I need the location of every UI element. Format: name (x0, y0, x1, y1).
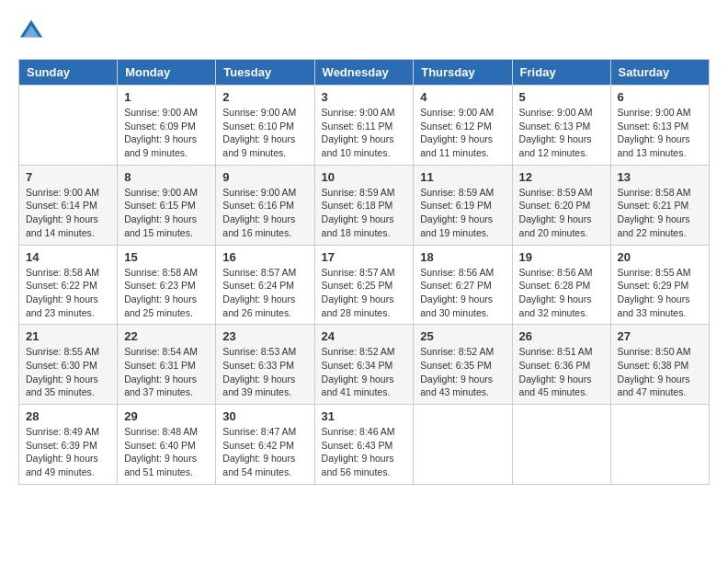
day-info: Sunrise: 8:55 AM Sunset: 6:30 PM Dayligh… (26, 345, 110, 399)
day-info: Sunrise: 9:00 AM Sunset: 6:16 PM Dayligh… (222, 186, 307, 240)
day-info: Sunrise: 9:00 AM Sunset: 6:14 PM Dayligh… (26, 186, 110, 240)
page-header (18, 18, 710, 44)
day-info: Sunrise: 9:00 AM Sunset: 6:13 PM Dayligh… (519, 106, 604, 160)
calendar-cell: 1Sunrise: 9:00 AM Sunset: 6:09 PM Daylig… (118, 86, 216, 166)
day-info: Sunrise: 8:59 AM Sunset: 6:19 PM Dayligh… (420, 186, 505, 240)
day-number: 2 (222, 90, 307, 104)
day-info: Sunrise: 8:52 AM Sunset: 6:35 PM Dayligh… (420, 345, 505, 399)
logo-icon (18, 18, 44, 44)
calendar-cell: 16Sunrise: 8:57 AM Sunset: 6:24 PM Dayli… (216, 245, 314, 325)
calendar-cell: 6Sunrise: 9:00 AM Sunset: 6:13 PM Daylig… (610, 86, 709, 166)
calendar-week-1: 1Sunrise: 9:00 AM Sunset: 6:09 PM Daylig… (19, 86, 710, 166)
calendar-cell: 18Sunrise: 8:56 AM Sunset: 6:27 PM Dayli… (414, 245, 512, 325)
calendar-cell: 14Sunrise: 8:58 AM Sunset: 6:22 PM Dayli… (19, 245, 118, 325)
calendar-cell: 2Sunrise: 9:00 AM Sunset: 6:10 PM Daylig… (216, 86, 314, 166)
calendar-table: SundayMondayTuesdayWednesdayThursdayFrid… (18, 59, 710, 485)
day-number: 29 (124, 409, 209, 423)
day-number: 12 (519, 170, 604, 184)
day-info: Sunrise: 8:51 AM Sunset: 6:36 PM Dayligh… (519, 345, 604, 399)
day-number: 20 (618, 250, 702, 264)
day-info: Sunrise: 9:00 AM Sunset: 6:13 PM Dayligh… (618, 106, 702, 160)
day-number: 21 (26, 329, 110, 343)
calendar-cell (610, 405, 709, 485)
day-info: Sunrise: 8:54 AM Sunset: 6:31 PM Dayligh… (124, 345, 209, 399)
day-number: 15 (124, 250, 209, 264)
day-info: Sunrise: 8:55 AM Sunset: 6:29 PM Dayligh… (618, 266, 702, 320)
calendar-cell: 21Sunrise: 8:55 AM Sunset: 6:30 PM Dayli… (19, 325, 118, 405)
calendar-week-5: 28Sunrise: 8:49 AM Sunset: 6:39 PM Dayli… (19, 405, 710, 485)
day-info: Sunrise: 8:56 AM Sunset: 6:27 PM Dayligh… (420, 266, 505, 320)
day-info: Sunrise: 8:49 AM Sunset: 6:39 PM Dayligh… (26, 425, 110, 479)
day-info: Sunrise: 8:59 AM Sunset: 6:18 PM Dayligh… (322, 186, 407, 240)
day-header-friday: Friday (512, 60, 610, 86)
day-number: 8 (124, 170, 209, 184)
day-number: 18 (420, 250, 505, 264)
day-header-monday: Monday (118, 60, 216, 86)
day-header-sunday: Sunday (19, 60, 118, 86)
day-number: 27 (618, 329, 702, 343)
calendar-cell: 25Sunrise: 8:52 AM Sunset: 6:35 PM Dayli… (414, 325, 512, 405)
day-info: Sunrise: 9:00 AM Sunset: 6:10 PM Dayligh… (222, 106, 307, 160)
day-number: 1 (124, 90, 209, 104)
day-info: Sunrise: 9:00 AM Sunset: 6:15 PM Dayligh… (124, 186, 209, 240)
calendar-cell: 12Sunrise: 8:59 AM Sunset: 6:20 PM Dayli… (512, 165, 610, 245)
day-info: Sunrise: 8:52 AM Sunset: 6:34 PM Dayligh… (322, 345, 407, 399)
day-number: 28 (26, 409, 110, 423)
calendar-header-row: SundayMondayTuesdayWednesdayThursdayFrid… (19, 60, 710, 86)
day-number: 26 (519, 329, 604, 343)
calendar-cell: 19Sunrise: 8:56 AM Sunset: 6:28 PM Dayli… (512, 245, 610, 325)
calendar-cell: 24Sunrise: 8:52 AM Sunset: 6:34 PM Dayli… (314, 325, 414, 405)
day-info: Sunrise: 8:50 AM Sunset: 6:38 PM Dayligh… (618, 345, 702, 399)
day-info: Sunrise: 9:00 AM Sunset: 6:12 PM Dayligh… (420, 106, 505, 160)
calendar-cell (512, 405, 610, 485)
day-number: 30 (222, 409, 307, 423)
day-info: Sunrise: 9:00 AM Sunset: 6:11 PM Dayligh… (322, 106, 407, 160)
day-number: 22 (124, 329, 209, 343)
calendar-cell: 13Sunrise: 8:58 AM Sunset: 6:21 PM Dayli… (610, 165, 709, 245)
day-info: Sunrise: 8:48 AM Sunset: 6:40 PM Dayligh… (124, 425, 209, 479)
calendar-cell (19, 86, 118, 166)
day-number: 3 (322, 90, 407, 104)
calendar-cell: 11Sunrise: 8:59 AM Sunset: 6:19 PM Dayli… (414, 165, 512, 245)
day-number: 24 (322, 329, 407, 343)
day-number: 7 (26, 170, 110, 184)
day-number: 4 (420, 90, 505, 104)
calendar-cell: 20Sunrise: 8:55 AM Sunset: 6:29 PM Dayli… (610, 245, 709, 325)
calendar-cell: 7Sunrise: 9:00 AM Sunset: 6:14 PM Daylig… (19, 165, 118, 245)
day-number: 16 (222, 250, 307, 264)
calendar-cell: 29Sunrise: 8:48 AM Sunset: 6:40 PM Dayli… (118, 405, 216, 485)
day-number: 6 (618, 90, 702, 104)
calendar-cell: 8Sunrise: 9:00 AM Sunset: 6:15 PM Daylig… (118, 165, 216, 245)
calendar-cell: 15Sunrise: 8:58 AM Sunset: 6:23 PM Dayli… (118, 245, 216, 325)
day-number: 13 (618, 170, 702, 184)
day-number: 31 (322, 409, 407, 423)
calendar-cell: 31Sunrise: 8:46 AM Sunset: 6:43 PM Dayli… (314, 405, 414, 485)
day-number: 23 (222, 329, 307, 343)
day-info: Sunrise: 8:46 AM Sunset: 6:43 PM Dayligh… (322, 425, 407, 479)
day-number: 25 (420, 329, 505, 343)
day-info: Sunrise: 8:57 AM Sunset: 6:25 PM Dayligh… (322, 266, 407, 320)
day-info: Sunrise: 8:58 AM Sunset: 6:21 PM Dayligh… (618, 186, 702, 240)
day-info: Sunrise: 8:53 AM Sunset: 6:33 PM Dayligh… (222, 345, 307, 399)
day-header-thursday: Thursday (414, 60, 512, 86)
calendar-week-2: 7Sunrise: 9:00 AM Sunset: 6:14 PM Daylig… (19, 165, 710, 245)
day-header-saturday: Saturday (610, 60, 709, 86)
day-info: Sunrise: 8:47 AM Sunset: 6:42 PM Dayligh… (222, 425, 307, 479)
day-info: Sunrise: 8:58 AM Sunset: 6:22 PM Dayligh… (26, 266, 110, 320)
logo (18, 18, 48, 44)
day-number: 9 (222, 170, 307, 184)
day-number: 5 (519, 90, 604, 104)
calendar-cell: 17Sunrise: 8:57 AM Sunset: 6:25 PM Dayli… (314, 245, 414, 325)
calendar-cell: 5Sunrise: 9:00 AM Sunset: 6:13 PM Daylig… (512, 86, 610, 166)
calendar-week-4: 21Sunrise: 8:55 AM Sunset: 6:30 PM Dayli… (19, 325, 710, 405)
calendar-cell: 3Sunrise: 9:00 AM Sunset: 6:11 PM Daylig… (314, 86, 414, 166)
calendar-cell: 23Sunrise: 8:53 AM Sunset: 6:33 PM Dayli… (216, 325, 314, 405)
day-info: Sunrise: 9:00 AM Sunset: 6:09 PM Dayligh… (124, 106, 209, 160)
calendar-cell: 30Sunrise: 8:47 AM Sunset: 6:42 PM Dayli… (216, 405, 314, 485)
calendar-cell: 26Sunrise: 8:51 AM Sunset: 6:36 PM Dayli… (512, 325, 610, 405)
day-number: 19 (519, 250, 604, 264)
day-number: 14 (26, 250, 110, 264)
calendar-cell: 22Sunrise: 8:54 AM Sunset: 6:31 PM Dayli… (118, 325, 216, 405)
calendar-cell: 10Sunrise: 8:59 AM Sunset: 6:18 PM Dayli… (314, 165, 414, 245)
day-header-wednesday: Wednesday (314, 60, 414, 86)
